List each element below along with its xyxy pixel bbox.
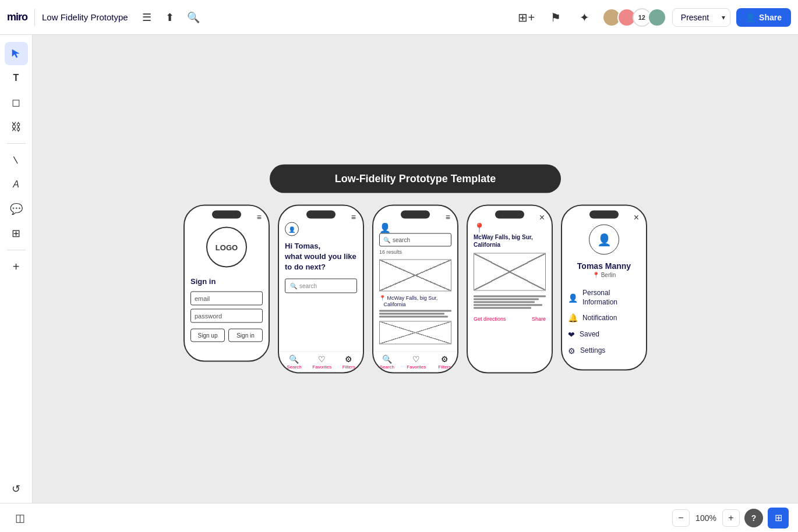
present-chevron-icon[interactable]: ▾: [717, 9, 730, 26]
profile-name: Tomas Manny: [568, 261, 640, 271]
results-count: 16 results: [379, 249, 451, 256]
zoom-controls: − 100% + ? ⊞: [672, 508, 789, 529]
tool-text[interactable]: T: [5, 66, 28, 90]
tool-select[interactable]: [5, 42, 28, 65]
add-icon: +: [13, 260, 20, 274]
connector-icon: ⛓: [11, 121, 22, 133]
detail-actions: Get directions Share: [474, 316, 546, 323]
desc-line-3: [379, 316, 448, 318]
detail-desc-4: [474, 304, 542, 306]
home-bottom-nav: 🔍 Search ♡ Favorites ⚙ Filters: [279, 352, 363, 373]
desc-lines: [379, 310, 451, 318]
content-area: Low-Fidelity Prototype Template ≡ LOGO S…: [183, 165, 647, 374]
cursor-icon: ⚑: [550, 10, 561, 24]
comment-icon: 💬: [10, 203, 23, 215]
fullscreen-button[interactable]: ⊞: [768, 508, 789, 529]
detail-desc-1: [474, 296, 546, 297]
desc-line-2: [379, 313, 444, 315]
signup-button[interactable]: Sign up: [190, 329, 225, 342]
share-link[interactable]: Share: [532, 316, 546, 323]
auth-buttons: Sign up Sign in: [190, 329, 263, 342]
sign-in-title: Sign in: [190, 277, 263, 287]
detail-desc-3: [474, 302, 535, 303]
nav-favorites[interactable]: ♡ Favorites: [312, 354, 331, 370]
tool-sticky[interactable]: ◻: [5, 91, 28, 114]
snav-search[interactable]: 🔍 Search: [380, 354, 394, 370]
nav-filters[interactable]: ⚙ Filters: [342, 354, 355, 370]
panels-icon: ◫: [15, 512, 25, 524]
export-button[interactable]: ⬆: [161, 8, 179, 27]
undo-icon: ↺: [12, 483, 20, 495]
sparkle-button[interactable]: ✦: [573, 6, 596, 29]
signin-button[interactable]: Sign in: [228, 329, 263, 342]
pen-icon: /: [10, 155, 21, 165]
help-button[interactable]: ?: [744, 509, 763, 527]
bell-icon: 🔔: [568, 313, 578, 323]
location-pin-icon: 📍: [592, 271, 599, 279]
heart-icon: ❤: [568, 329, 575, 339]
nav-search-label: Search: [287, 364, 301, 370]
template-title-bar: Low-Fidelity Prototype Template: [270, 165, 561, 193]
tool-add[interactable]: +: [5, 255, 28, 278]
board-title: Low Fidelity Prototype: [42, 12, 128, 22]
search-image-1: [379, 259, 451, 291]
phone-notch-1: [212, 211, 241, 219]
close-icon-profile[interactable]: ×: [634, 213, 639, 222]
search-button[interactable]: 🔍: [184, 8, 203, 27]
menu-saved[interactable]: ❤ Saved: [568, 326, 640, 342]
nav-search[interactable]: 🔍 Search: [287, 354, 301, 370]
tool-templates[interactable]: ⊞: [5, 222, 28, 245]
cursor-button[interactable]: ⚑: [544, 6, 567, 29]
menu-settings[interactable]: ⚙ Settings: [568, 342, 640, 359]
profile-avatar: 👤: [589, 225, 619, 255]
share-person-icon: 👤: [746, 13, 755, 22]
menu-lines-2: ≡: [351, 213, 356, 221]
tool-connector[interactable]: ⛓: [5, 115, 28, 139]
nav-filters-label: Filters: [342, 364, 355, 370]
snav-fav-icon: ♡: [412, 354, 420, 363]
snav-filters[interactable]: ⚙ Filters: [439, 354, 451, 370]
topbar-right: ⊞+ ⚑ ✦ 12 Present ▾ 👤 Share: [515, 6, 791, 29]
menu-button[interactable]: ☰: [137, 8, 156, 27]
present-label[interactable]: Present: [673, 9, 717, 26]
avatar-group: 12: [602, 8, 666, 27]
get-directions-link[interactable]: Get directions: [474, 316, 506, 323]
share-button[interactable]: 👤 Share: [736, 8, 791, 27]
tool-pen[interactable]: /: [5, 148, 28, 172]
zoom-in-button[interactable]: +: [722, 509, 740, 527]
menu-lines-3: ≡: [446, 213, 450, 221]
zoom-out-button[interactable]: −: [672, 509, 690, 527]
search-icon-bar: 🔍: [383, 236, 390, 244]
email-field[interactable]: email: [190, 291, 263, 305]
add-apps-button[interactable]: ⊞+: [515, 6, 538, 29]
search-icon-small: 🔍: [290, 282, 297, 289]
phone-home: ≡ 👤 Hi Tomas,what would you liketo do ne…: [278, 205, 364, 374]
topbar: miro Low Fidelity Prototype ☰ ⬆ 🔍 ⊞+ ⚑ ✦…: [0, 0, 798, 35]
password-field[interactable]: password: [190, 309, 263, 323]
snav-favorites[interactable]: ♡ Favorites: [407, 354, 426, 370]
detail-desc-lines: [474, 296, 546, 309]
menu-notification[interactable]: 🔔 Notification: [568, 310, 640, 326]
snav-search-label: Search: [380, 364, 394, 370]
detail-desc-2: [474, 299, 539, 300]
present-button[interactable]: Present ▾: [672, 8, 730, 27]
fullscreen-icon: ⊞: [775, 512, 782, 523]
panels-toggle-button[interactable]: ◫: [9, 508, 30, 529]
text-icon: T: [13, 73, 19, 83]
phone-detail: × 📍 McWay Falls, big Sur,California Get …: [467, 205, 553, 374]
nav-search-icon: 🔍: [289, 354, 299, 363]
logo-circle: LOGO: [206, 227, 247, 268]
close-icon-detail[interactable]: ×: [539, 213, 545, 222]
tool-comment[interactable]: 💬: [5, 197, 28, 221]
snav-fav-label: Favorites: [407, 364, 426, 370]
templates-icon: ⊞: [12, 227, 20, 240]
search-image-2: [379, 321, 451, 345]
canvas: Low-Fidelity Prototype Template ≡ LOGO S…: [33, 35, 798, 503]
tool-font[interactable]: A: [5, 173, 28, 196]
menu-personal-info[interactable]: 👤 Personal Information: [568, 286, 640, 310]
snav-filter-label: Filters: [439, 364, 451, 370]
nav-favorites-icon: ♡: [318, 354, 326, 363]
search-box[interactable]: 🔍 search: [285, 278, 357, 293]
undo-button[interactable]: ↺: [5, 477, 28, 501]
search-bar[interactable]: 🔍 search: [379, 233, 451, 247]
